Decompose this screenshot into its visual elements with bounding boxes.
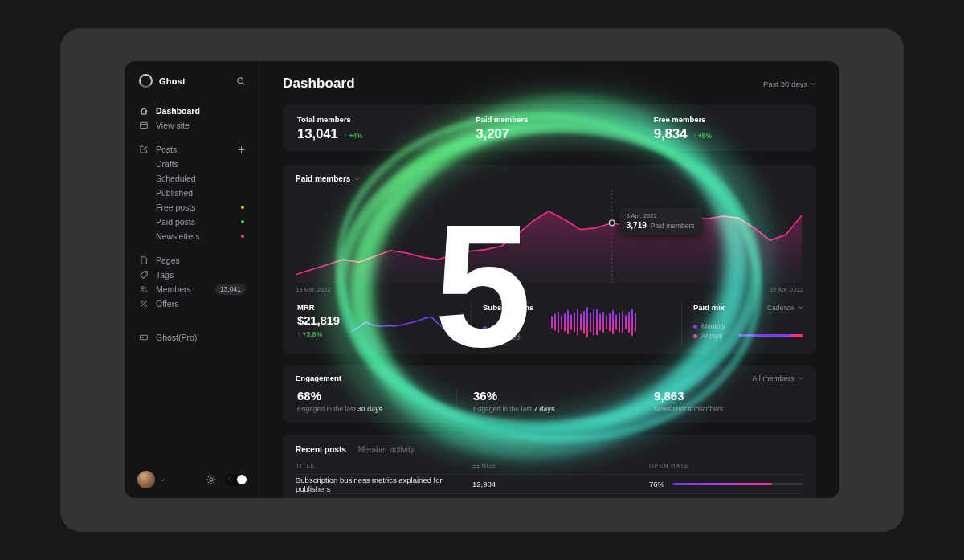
total-members-delta: ↑ +4% — [344, 132, 363, 140]
sidebar-item-paid-posts[interactable]: Paid posts — [139, 215, 246, 229]
sidebar-item-label: Posts — [156, 145, 177, 154]
sidebar: Ghost Dashboard View site — [125, 61, 259, 498]
paid-posts-dot — [241, 220, 244, 223]
main-content: Dashboard Past 30 days Total members 13,… — [259, 61, 839, 498]
newsletter-subscribers-stat: 9,863 Newsletter subscribers — [637, 389, 803, 413]
subscriptions-label: Subscriptions — [483, 303, 533, 312]
engagement-7d-stat: 36% Engaged in the last 7 days — [456, 389, 637, 413]
background-panel: Ghost Dashboard View site — [60, 28, 904, 532]
ghost-admin-window: Ghost Dashboard View site — [125, 61, 839, 498]
all-members-dropdown[interactable]: All members — [752, 374, 803, 382]
tag-icon — [139, 270, 149, 280]
table-row[interactable]: Subscription business metrics explained … — [296, 474, 803, 493]
mrr-label: MRR — [297, 303, 340, 312]
chevron-down-icon[interactable] — [354, 177, 360, 181]
legend-canceled: Canceled — [483, 333, 533, 342]
post-title: Subscription business metrics explained … — [296, 476, 472, 493]
paid-members-chart-card: Paid members 8 Apr, 2022 3,719 Paid memb… — [283, 165, 816, 354]
post-sends: 12,984 — [472, 480, 649, 488]
search-icon[interactable] — [236, 76, 246, 86]
sidebar-item-members[interactable]: Members 13,041 — [139, 282, 246, 296]
file-icon — [139, 255, 149, 265]
legend-new: New — [483, 323, 533, 333]
tab-member-activity[interactable]: Member activity — [358, 445, 415, 454]
free-members-delta: ↑ +8% — [692, 132, 712, 140]
engagement-card: Engagement All members 68% Engaged in th… — [283, 366, 816, 423]
sidebar-item-view-site[interactable]: View site — [139, 118, 246, 133]
x-axis-start: 19 Mar, 2022 — [296, 286, 331, 293]
settings-gear-icon[interactable] — [206, 474, 217, 485]
engagement-30d-stat: 68% Engaged in the last 30 days — [296, 389, 456, 413]
paid-mix-section: Paid mix Cadence Monthly — [681, 301, 803, 345]
subscriptions-bar-chart — [551, 305, 641, 340]
mrr-section: MRR $21,819 ↑ +3.8% — [296, 301, 471, 345]
paid-mix-label: Paid mix — [693, 303, 725, 312]
paid-members-chart[interactable]: 8 Apr, 2022 3,719 Paid members — [296, 188, 803, 283]
sidebar-item-offers[interactable]: Offers — [139, 296, 246, 311]
page-title: Dashboard — [283, 76, 355, 92]
chart-title: Paid members — [296, 174, 350, 183]
post-open-rate: 76% — [649, 480, 803, 488]
mrr-sparkline — [351, 309, 446, 337]
members-count-badge: 13,041 — [215, 284, 246, 295]
date-range-dropdown[interactable]: Past 30 days — [763, 80, 816, 88]
brand-name: Ghost — [159, 76, 186, 86]
sidebar-item-pages[interactable]: Pages — [139, 253, 246, 268]
members-stats-card: Total members 13,041 ↑ +4% Paid members … — [283, 104, 816, 151]
chart-tooltip: 8 Apr, 2022 3,719 Paid members — [619, 208, 702, 235]
sidebar-item-published[interactable]: Published — [139, 186, 246, 200]
add-post-icon[interactable] — [237, 145, 246, 154]
edit-icon — [139, 145, 149, 154]
chevron-down-icon — [798, 376, 803, 380]
sidebar-item-label: Dashboard — [156, 106, 200, 116]
sidebar-item-ghost-pro[interactable]: Ghost(Pro) — [139, 330, 246, 345]
recent-posts-card: Recent posts Member activity TITLE SENDS… — [283, 435, 816, 498]
home-icon — [139, 106, 149, 116]
sidebar-item-drafts[interactable]: Drafts — [139, 157, 246, 171]
total-members-stat: Total members 13,041 ↑ +4% — [283, 113, 460, 142]
percent-icon — [139, 299, 149, 309]
table-row[interactable]: How to create a valuable offer that conv… — [296, 493, 803, 498]
mrr-value: $21,819 — [297, 313, 340, 327]
subscriptions-section: Subscriptions New Canceled — [471, 301, 681, 345]
legend-monthly: Monthly — [693, 321, 725, 331]
dark-mode-toggle[interactable]: ☾ — [225, 474, 247, 486]
free-members-stat: Free members 9,834 ↑ +8% — [639, 113, 816, 142]
chevron-down-icon — [160, 478, 165, 482]
chevron-down-icon — [811, 82, 816, 86]
sidebar-item-free-posts[interactable]: Free posts — [139, 200, 246, 215]
newsletters-dot — [241, 235, 244, 238]
paid-mix-bar — [738, 334, 803, 337]
browser-icon — [139, 121, 149, 130]
user-avatar[interactable] — [137, 471, 155, 488]
sidebar-item-tags[interactable]: Tags — [139, 268, 246, 282]
cadence-dropdown[interactable]: Cadence — [767, 304, 803, 312]
total-members-value: 13,041 — [297, 126, 338, 142]
table-header: TITLE SENDS OPEN RATE — [296, 462, 803, 474]
free-members-value: 9,834 — [654, 126, 688, 142]
sidebar-item-label: View site — [156, 121, 190, 130]
moon-icon: ☾ — [228, 476, 234, 483]
card-icon — [139, 333, 149, 342]
sidebar-item-dashboard[interactable]: Dashboard — [139, 104, 246, 118]
free-posts-dot — [241, 206, 244, 209]
x-axis-end: 19 Apr, 2022 — [770, 286, 803, 293]
tab-recent-posts[interactable]: Recent posts — [296, 445, 346, 454]
legend-annual: Annual — [693, 331, 725, 341]
mrr-delta: ↑ +3.8% — [297, 330, 340, 338]
paid-members-stat: Paid members 3,207 — [460, 113, 638, 142]
sidebar-item-newsletters[interactable]: Newsletters — [139, 229, 246, 243]
sidebar-item-scheduled[interactable]: Scheduled — [139, 171, 246, 186]
engagement-title: Engagement — [296, 374, 341, 382]
sidebar-item-posts[interactable]: Posts — [139, 142, 246, 157]
members-icon — [139, 284, 149, 294]
chevron-down-icon — [798, 305, 803, 309]
ghost-logo — [139, 74, 153, 88]
paid-members-value: 3,207 — [476, 126, 509, 142]
